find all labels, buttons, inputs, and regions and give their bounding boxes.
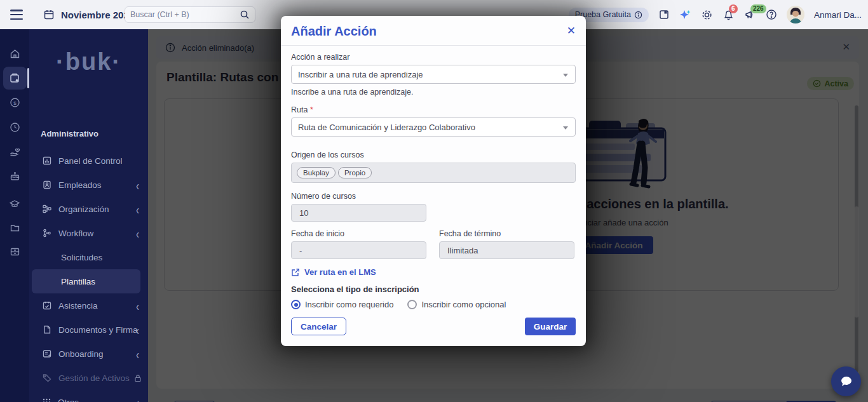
chevron-left-icon: ‹ [136, 322, 139, 337]
user-name[interactable]: Anmari Da... [814, 10, 862, 20]
origin-chip-propio: Propio [338, 167, 372, 178]
chevron-left-icon: ‹ [136, 394, 139, 402]
sidebar-item-workflow[interactable]: Workflow ‹ [29, 221, 148, 245]
sidebar-menu: Panel de Control Empleados ‹ Organizació… [29, 149, 148, 402]
workflow-branch-icon [42, 228, 52, 238]
action-field-label: Acción a realizar [291, 53, 576, 62]
sidebar-item-documentos-y-firma[interactable]: Documentos y Firma ‹ [29, 318, 148, 342]
radio-unselected-icon [407, 300, 417, 309]
chevron-left-icon: ‹ [136, 225, 139, 241]
start-date-field: - [291, 241, 426, 259]
sidebar-item-onboarding[interactable]: Onboarding ‹ [29, 342, 148, 366]
sidebar-icon-rail: $ [0, 29, 29, 402]
sidebar-item-gestion-de-activos[interactable]: Gestión de Activos [29, 366, 148, 390]
document-icon [42, 325, 52, 335]
chevron-left-icon: ‹ [136, 177, 139, 192]
chevron-down-icon [563, 74, 568, 77]
sidebar-item-plantillas[interactable]: Plantillas [29, 269, 148, 293]
search-field[interactable] [130, 10, 240, 19]
admin-clipboard-icon[interactable] [0, 72, 29, 84]
lock-icon [134, 374, 142, 382]
sidebar-item-asistencia[interactable]: Asistencia ‹ [29, 293, 148, 318]
add-action-modal: Añadir Acción ✕ Acción a realizar Inscri… [281, 16, 586, 346]
origin-chip-bukplay: Bukplay [297, 167, 336, 178]
start-date-label: Fecha de inicio [291, 229, 428, 238]
assets-tag-icon [42, 373, 52, 383]
chevron-left-icon: ‹ [136, 346, 139, 361]
archive-cabinet-icon[interactable] [0, 246, 29, 257]
courses-field-label: Número de cursos [291, 192, 576, 201]
sidebar-item-empleados[interactable]: Empleados ‹ [29, 173, 148, 197]
payroll-coin-icon[interactable]: $ [0, 97, 29, 108]
enrollment-type-label: Selecciona el tipo de inscripción [291, 285, 576, 294]
chevron-left-icon: ‹ [136, 298, 139, 313]
modal-save-button[interactable]: Guardar [525, 318, 576, 335]
external-link-icon [291, 268, 300, 277]
required-asterisk: * [310, 105, 313, 114]
announcements-icon[interactable]: 226 [744, 9, 756, 21]
chevron-down-icon [563, 126, 568, 130]
action-select[interactable]: Inscribir a una ruta de aprendizaje [291, 65, 576, 84]
sidebar: ·buk· Administrativo Panel de Control Em… [29, 29, 148, 402]
search-icon[interactable] [240, 10, 250, 20]
sidebar-item-panel-de-control[interactable]: Panel de Control [29, 149, 148, 173]
notifications-bell-icon[interactable]: 6 [722, 9, 735, 21]
sparkles-icon[interactable] [679, 9, 691, 21]
hamburger-menu-icon[interactable] [10, 10, 23, 20]
time-clock-icon[interactable] [0, 122, 29, 133]
culture-cake-icon[interactable] [0, 171, 29, 182]
chat-widget-button[interactable] [831, 366, 861, 396]
modal-footer: Cancelar Guardar [291, 318, 576, 335]
buk-logo: ·buk· [29, 48, 148, 76]
modal-body: Acción a realizar Inscribir a una ruta d… [281, 46, 586, 335]
end-date-label: Fecha de término [439, 229, 576, 238]
courses-count-field: 10 [291, 204, 426, 222]
org-chart-icon [42, 204, 52, 214]
info-icon [634, 11, 642, 19]
chevron-left-icon: ‹ [136, 201, 139, 217]
modal-close-icon[interactable]: ✕ [567, 24, 576, 37]
gear-icon[interactable] [701, 9, 713, 21]
action-helper-text: Inscribe a una ruta de aprendizaje. [291, 88, 576, 97]
sidebar-item-otros[interactable]: Otros ‹ [29, 390, 148, 402]
cancel-button[interactable]: Cancelar [291, 318, 346, 335]
svg-text:$: $ [13, 100, 17, 106]
search-input[interactable] [125, 6, 255, 23]
files-folder-icon[interactable] [0, 222, 29, 233]
grid-dots-icon [42, 398, 51, 402]
attendance-calendar-icon [42, 300, 52, 311]
modal-title: Añadir Acción [291, 24, 377, 38]
radio-inscribir-requerido[interactable]: Inscribir como requerido [291, 300, 393, 309]
notifications-count-badge: 6 [729, 4, 738, 13]
user-avatar[interactable] [787, 6, 804, 23]
sidebar-item-organizacion[interactable]: Organización ‹ [29, 197, 148, 221]
benefits-hand-heart-icon[interactable] [0, 146, 29, 157]
dashboard-icon [42, 156, 52, 166]
help-icon[interactable] [766, 9, 777, 20]
radio-selected-icon [291, 300, 301, 309]
enrollment-radio-group: Inscribir como requerido Inscribir como … [291, 300, 576, 309]
employees-badge-icon [42, 180, 52, 190]
view-route-lms-link[interactable]: Ver ruta en el LMS [291, 267, 576, 277]
onboarding-list-icon [42, 349, 52, 359]
announcements-count-badge: 226 [750, 4, 766, 13]
sidebar-section-title: Administrativo [41, 129, 98, 138]
bookmark-icon[interactable] [658, 9, 670, 20]
sidebar-item-solicitudes[interactable]: Solicitudes [29, 245, 148, 269]
radio-inscribir-opcional[interactable]: Inscribir como opcional [407, 300, 506, 309]
home-icon[interactable] [0, 48, 29, 59]
period-selector[interactable]: Noviembre 2025 [61, 10, 134, 20]
modal-header: Añadir Acción ✕ [281, 16, 586, 46]
calendar-icon[interactable] [43, 9, 55, 20]
route-field-label: Ruta * [291, 105, 576, 114]
end-date-field: Ilimitada [439, 241, 574, 259]
route-select[interactable]: Ruta de Comunicación y Liderazgo Colabor… [291, 117, 576, 137]
app-root: Noviembre 2025 Prueba Gratuita [0, 0, 868, 402]
training-graduation-icon[interactable] [0, 198, 29, 210]
origin-field: Bukplay Propio [291, 163, 576, 183]
origin-field-label: Origen de los cursos [291, 151, 576, 159]
chat-bubble-icon [839, 375, 853, 389]
